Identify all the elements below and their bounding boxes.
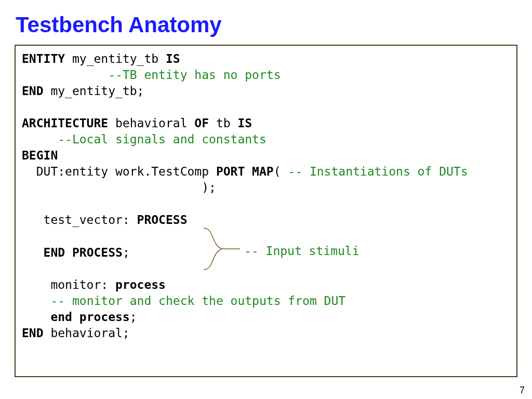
code-line: monitor: process — [22, 277, 510, 293]
keyword: BEGIN — [22, 149, 58, 162]
keyword: process — [115, 278, 166, 291]
keyword: end process — [50, 310, 129, 324]
code-line: end process; — [22, 309, 510, 325]
code-text: test_vector: — [22, 213, 137, 227]
code-line: ); — [22, 180, 510, 196]
blank-line — [22, 261, 510, 277]
code-text: ; — [123, 246, 130, 259]
code-text: behavioral — [108, 116, 194, 130]
code-text — [22, 294, 50, 308]
code-box: ENTITY my_entity_tb IS --TB entity has n… — [15, 45, 517, 377]
code-line: END my_entity_tb; — [22, 83, 510, 99]
page-number: 7 — [520, 385, 525, 396]
code-line: END behavioral; — [22, 325, 510, 341]
code-comment: -- Instantiations of DUTs — [288, 165, 468, 178]
code-text: tb — [209, 116, 237, 130]
code-text: my_entity_tb — [65, 52, 166, 65]
code-text: ( — [274, 165, 288, 178]
code-comment: --TB entity has no ports — [22, 67, 510, 83]
slide: Testbench Anatomy ENTITY my_entity_tb IS… — [0, 0, 532, 399]
stimuli-comment: -- Input stimuli — [244, 243, 360, 259]
keyword: PORT MAP — [216, 165, 274, 178]
code-line: ENTITY my_entity_tb IS — [22, 51, 510, 67]
blank-line — [22, 196, 510, 212]
code-line: ARCHITECTURE behavioral OF tb IS — [22, 115, 510, 131]
blank-line — [22, 229, 510, 245]
keyword: ENTITY — [22, 52, 65, 65]
code-text — [22, 310, 50, 324]
keyword: IS — [166, 52, 180, 65]
blank-line — [22, 99, 510, 115]
code-comment: -- monitor and check the outputs from DU… — [50, 294, 345, 308]
keyword: OF — [194, 116, 209, 130]
keyword: ARCHITECTURE — [22, 116, 108, 130]
keyword: IS — [237, 116, 252, 130]
keyword: END — [22, 326, 44, 340]
code-text: DUT:entity work.TestComp — [22, 165, 216, 178]
slide-title: Testbench Anatomy — [16, 12, 517, 37]
code-text — [22, 246, 44, 259]
keyword: END PROCESS — [44, 246, 123, 259]
code-line: BEGIN — [22, 148, 510, 164]
code-comment: --Local signals and constants — [22, 131, 510, 148]
code-text: my_entity_tb; — [44, 84, 144, 98]
code-text: monitor: — [22, 278, 115, 291]
keyword: PROCESS — [137, 213, 188, 227]
code-text: behavioral; — [44, 326, 130, 340]
code-line: -- monitor and check the outputs from DU… — [22, 293, 510, 309]
code-line: test_vector: PROCESS — [22, 212, 510, 228]
code-line: DUT:entity work.TestComp PORT MAP( -- In… — [22, 164, 510, 180]
keyword: END — [22, 84, 44, 98]
code-text: ; — [130, 310, 137, 324]
